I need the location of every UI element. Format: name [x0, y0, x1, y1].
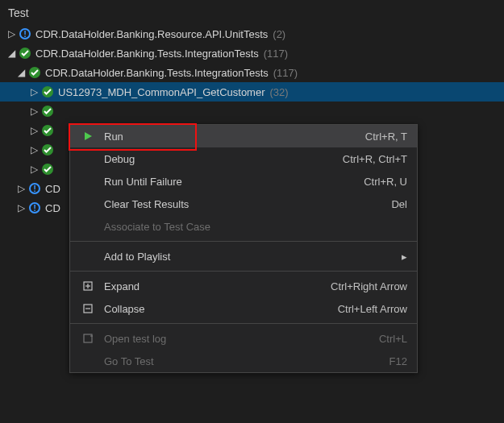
pass-icon	[40, 143, 55, 157]
menu-shortcut: Ctrl+L	[379, 333, 407, 345]
menu-item-collapse[interactable]: Collapse Ctrl+Left Arrow	[70, 297, 417, 320]
log-icon	[80, 333, 96, 344]
chevron-down-icon[interactable]: ◢	[15, 67, 27, 78]
menu-label: Add to Playlist	[104, 251, 170, 263]
menu-label: Associate to Test Case	[104, 221, 210, 233]
menu-separator	[70, 323, 417, 324]
node-name: CDR.DataHolder.Banking.Tests.Integration…	[45, 67, 269, 79]
node-count: (117)	[273, 67, 298, 79]
menu-shortcut: Del	[391, 198, 407, 210]
info-icon: !	[27, 181, 42, 196]
menu-item-debug[interactable]: Debug Ctrl+R, Ctrl+T	[70, 147, 417, 170]
menu-label: Expand	[104, 280, 140, 292]
tree-row[interactable]: ▷	[0, 102, 504, 121]
menu-label: Collapse	[104, 303, 145, 315]
pass-icon	[40, 162, 55, 176]
chevron-right-icon[interactable]: ▷	[27, 125, 40, 136]
chevron-right-icon[interactable]: ▷	[27, 106, 40, 117]
menu-label: Clear Test Results	[104, 198, 189, 210]
chevron-right-icon[interactable]: ▷	[15, 183, 27, 194]
chevron-down-icon[interactable]: ◢	[5, 48, 18, 59]
chevron-right-icon[interactable]: ▷	[27, 164, 40, 175]
node-count: (32)	[270, 86, 289, 98]
svg-text:!: !	[23, 29, 27, 39]
info-icon: !	[18, 27, 32, 41]
menu-item-run-until-failure[interactable]: Run Until Failure Ctrl+R, U	[70, 170, 417, 193]
menu-item-add-playlist[interactable]: Add to Playlist ▸	[70, 245, 417, 267]
panel-title: Test	[0, 3, 504, 23]
menu-item-run[interactable]: Run Ctrl+R, T	[70, 125, 417, 147]
menu-item-clear-results[interactable]: Clear Test Results Del	[70, 193, 417, 215]
node-name: CD	[45, 202, 60, 214]
menu-label: Open test log	[104, 333, 166, 345]
node-name: US12973_MDH_CommonAPI_GetCustomer	[58, 86, 265, 98]
chevron-right-icon[interactable]: ▷	[5, 28, 18, 39]
play-icon	[80, 131, 96, 142]
chevron-right-icon[interactable]: ▷	[27, 86, 40, 97]
tree-row[interactable]: ◢ CDR.DataHolder.Banking.Tests.Integrati…	[0, 63, 504, 82]
menu-separator	[70, 271, 417, 272]
svg-text:!: !	[33, 184, 36, 193]
node-name: CDR.DataHolder.Banking.Tests.Integration…	[35, 48, 259, 60]
tree-row[interactable]: ◢ CDR.DataHolder.Banking.Tests.Integrati…	[0, 44, 504, 63]
menu-separator	[70, 241, 417, 242]
pass-icon	[40, 85, 55, 99]
menu-shortcut: Ctrl+Left Arrow	[338, 303, 407, 315]
node-name: CDR.DataHolder.Banking.Resource.API.Unit…	[35, 28, 268, 40]
chevron-right-icon[interactable]: ▷	[15, 202, 27, 214]
tree-row-selected[interactable]: ▷ US12973_MDH_CommonAPI_GetCustomer (32)	[0, 82, 504, 102]
menu-item-go-to-test: Go To Test F12	[70, 350, 417, 372]
menu-label: Run Until Failure	[104, 176, 182, 188]
menu-label: Debug	[104, 153, 135, 165]
pass-icon	[18, 46, 32, 60]
pass-icon	[27, 65, 42, 80]
svg-text:!: !	[33, 203, 36, 213]
expand-icon	[80, 280, 96, 292]
pass-icon	[40, 104, 55, 118]
context-menu: Run Ctrl+R, T Debug Ctrl+R, Ctrl+T Run U…	[69, 124, 418, 373]
info-icon: !	[27, 201, 42, 215]
menu-shortcut: Ctrl+R, U	[364, 176, 407, 188]
menu-item-open-log: Open test log Ctrl+L	[70, 327, 417, 350]
submenu-arrow-icon: ▸	[402, 251, 407, 263]
tree-row[interactable]: ▷ ! CDR.DataHolder.Banking.Resource.API.…	[0, 24, 504, 44]
menu-item-expand[interactable]: Expand Ctrl+Right Arrow	[70, 275, 417, 297]
menu-label: Run	[104, 131, 123, 143]
menu-label: Go To Test	[104, 355, 154, 367]
node-name: CD	[45, 183, 60, 195]
menu-shortcut: F12	[389, 355, 407, 367]
menu-shortcut: Ctrl+R, T	[365, 131, 407, 143]
menu-shortcut: Ctrl+Right Arrow	[331, 280, 407, 292]
node-count: (117)	[264, 48, 288, 60]
menu-shortcut: Ctrl+R, Ctrl+T	[343, 153, 407, 165]
pass-icon	[40, 123, 55, 138]
node-count: (2)	[273, 28, 285, 40]
chevron-right-icon[interactable]: ▷	[27, 144, 40, 156]
collapse-icon	[80, 303, 96, 314]
menu-item-associate: Associate to Test Case	[70, 215, 417, 238]
